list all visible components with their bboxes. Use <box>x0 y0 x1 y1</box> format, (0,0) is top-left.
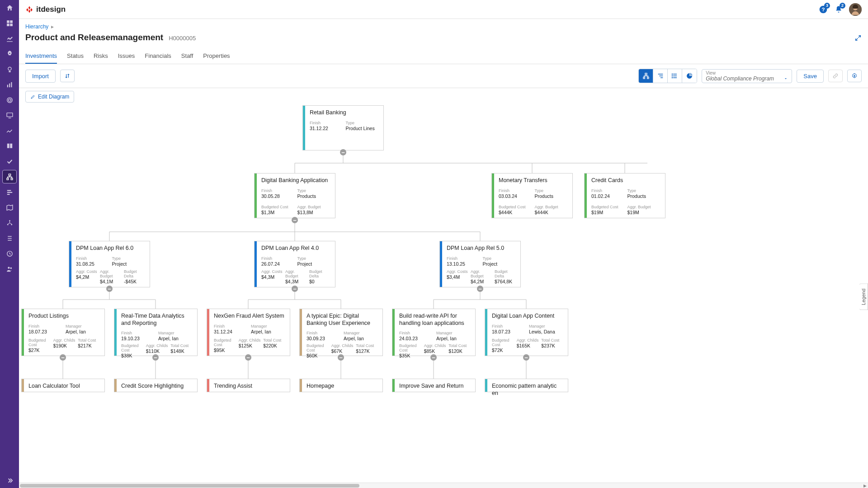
node-title: DPM Loan App Rel 6.0 <box>76 245 145 252</box>
view-indent-icon[interactable] <box>653 69 668 83</box>
svg-point-31 <box>672 75 672 76</box>
view-value: Global Compliance Program <box>706 75 774 82</box>
sidebar-item-rocket[interactable] <box>0 46 19 61</box>
node-title: A typical Epic: Digital Banking User Exp… <box>307 313 378 327</box>
view-selector[interactable]: View Global Compliance Program <box>702 69 792 83</box>
svg-point-19 <box>11 224 12 225</box>
help-icon[interactable]: ? 3 <box>818 5 828 14</box>
node-nxg[interactable]: NexGen Fraud Alert System Finish31.12.24… <box>207 309 290 356</box>
sidebar-item-list[interactable] <box>0 230 19 246</box>
collapse-toggle[interactable]: − <box>60 354 66 361</box>
tab-financials[interactable]: Financials <box>145 49 171 64</box>
collapse-toggle[interactable]: − <box>340 149 346 155</box>
node-title: Build read-write API for handling loan a… <box>399 313 471 327</box>
collapse-toggle[interactable]: − <box>338 354 344 361</box>
brand-name: itdesign <box>36 5 66 14</box>
svg-rect-7 <box>11 82 12 87</box>
view-pie-icon[interactable] <box>682 69 697 83</box>
node-title: Trending Assist <box>214 383 285 390</box>
collapse-toggle[interactable]: − <box>523 354 529 361</box>
tab-risks[interactable]: Risks <box>94 49 108 64</box>
scroll-thumb[interactable] <box>20 484 359 488</box>
node-rel5[interactable]: DPM Loan App Rel 5.0 Finish13.10.25 Type… <box>439 241 521 287</box>
sidebar-item-map[interactable] <box>0 200 19 215</box>
legend-tab[interactable]: Legend <box>859 283 868 310</box>
node-api[interactable]: Build read-write API for handling loan a… <box>392 309 476 356</box>
canvas[interactable]: Retail Banking Finish31.12.22 TypeProduc… <box>19 105 868 488</box>
collapse-toggle[interactable]: − <box>245 354 251 361</box>
node-title: Monetary Transfers <box>499 177 568 184</box>
sidebar-item-check[interactable] <box>0 154 19 169</box>
svg-rect-29 <box>647 77 649 79</box>
node-dba[interactable]: Digital Banking Application Finish30.05.… <box>254 173 335 218</box>
node-title: NexGen Fraud Alert System <box>214 313 285 320</box>
sort-button[interactable] <box>60 70 75 82</box>
bell-icon[interactable]: 2 <box>834 5 844 14</box>
edit-diagram-button[interactable]: Edit Diagram <box>25 91 74 103</box>
expand-icon[interactable] <box>854 34 862 43</box>
node-retail[interactable]: Retail Banking Finish31.12.22 TypeProduc… <box>302 105 384 150</box>
sidebar-expand[interactable] <box>0 473 19 488</box>
sidebar-item-home[interactable] <box>0 0 19 15</box>
node-cc[interactable]: Credit Cards Finish01.02.24 TypeProducts… <box>584 173 665 218</box>
collapse-toggle[interactable]: − <box>152 354 159 361</box>
sidebar-item-dashboard[interactable] <box>0 15 19 31</box>
collapse-toggle[interactable]: − <box>106 286 113 292</box>
tab-properties[interactable]: Properties <box>203 49 230 64</box>
sidebar-item-target[interactable] <box>0 92 19 108</box>
sidebar-item-people[interactable] <box>0 261 19 277</box>
breadcrumb-root[interactable]: Hierarchy <box>25 23 48 30</box>
collapse-toggle[interactable]: − <box>430 354 437 361</box>
sub-toolbar: Edit Diagram <box>19 88 868 105</box>
sidebar-item-time[interactable] <box>0 246 19 261</box>
view-tree-icon[interactable] <box>639 69 653 83</box>
node-pl[interactable]: Product Listings Finish18.07.23 ManagerA… <box>21 309 105 356</box>
sidebar-item-hierarchy[interactable] <box>2 170 17 183</box>
node-title: Improve Save and Return <box>399 383 471 390</box>
scroll-right-icon[interactable]: ▶ <box>862 483 868 488</box>
header: Hierarchy ▸ Product and Releasemanagemen… <box>19 19 868 42</box>
svg-rect-16 <box>7 194 9 195</box>
sidebar-item-plan[interactable] <box>0 184 19 200</box>
node-mt[interactable]: Monetary Transfers Finish03.03.24 TypePr… <box>491 173 573 218</box>
node-child-epic[interactable]: Homepage <box>299 379 383 392</box>
horizontal-scrollbar[interactable]: ◀ ▶ <box>19 483 868 488</box>
node-epic[interactable]: A typical Epic: Digital Banking User Exp… <box>299 309 383 356</box>
sidebar-item-bars[interactable] <box>0 77 19 92</box>
node-rel4[interactable]: DPM Loan App Rel 4.0 Finish26.07.24 Type… <box>254 241 335 287</box>
tab-status[interactable]: Status <box>67 49 84 64</box>
svg-point-33 <box>854 75 855 77</box>
import-button[interactable]: Import <box>25 70 56 83</box>
node-child-api[interactable]: Improve Save and Return <box>392 379 476 392</box>
tab-issues[interactable]: Issues <box>118 49 135 64</box>
node-rel6[interactable]: DPM Loan App Rel 6.0 Finish31.08.25 Type… <box>69 241 150 287</box>
node-child-nxg[interactable]: Trending Assist <box>207 379 290 392</box>
chevron-right-icon: ▸ <box>51 23 54 30</box>
sidebar-item-ideas[interactable] <box>0 61 19 77</box>
link-button[interactable] <box>828 70 843 82</box>
node-rtda[interactable]: Real-Time Data Analytics and Reporting F… <box>114 309 198 356</box>
node-title: Homepage <box>307 383 378 390</box>
node-child-rtda[interactable]: Credit Score Highlighting <box>114 379 198 392</box>
node-dlac[interactable]: Digital Loan App Content Finish18.07.23 … <box>485 309 568 356</box>
avatar[interactable] <box>849 3 862 16</box>
collapse-toggle[interactable]: − <box>477 286 483 292</box>
sidebar-item-monitor[interactable] <box>0 108 19 123</box>
tab-staff[interactable]: Staff <box>181 49 193 64</box>
sidebar-item-org[interactable] <box>0 215 19 230</box>
svg-point-18 <box>7 224 8 225</box>
collapse-toggle[interactable]: − <box>292 286 298 292</box>
node-child-pl[interactable]: Loan Calculator Tool <box>21 379 105 392</box>
notif-badge: 2 <box>840 3 845 9</box>
collapse-toggle[interactable]: − <box>292 217 298 223</box>
node-child-dlac[interactable]: Economic pattern analytic en <box>485 379 568 392</box>
sidebar-item-analytics[interactable] <box>0 31 19 46</box>
node-title: Economic pattern analytic en <box>492 383 563 397</box>
sidebar-item-trend[interactable] <box>0 123 19 138</box>
view-list-icon[interactable] <box>668 69 682 83</box>
tab-investments[interactable]: Investments <box>25 49 57 64</box>
save-button[interactable]: Save <box>797 70 824 83</box>
settings-button[interactable] <box>847 70 862 82</box>
sidebar-item-book[interactable] <box>0 138 19 154</box>
svg-point-8 <box>7 97 12 102</box>
